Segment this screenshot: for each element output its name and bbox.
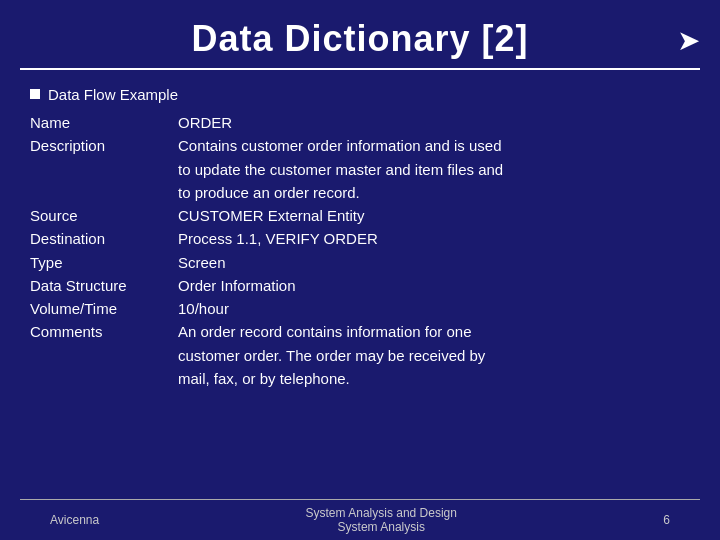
footer-center-line2: System Analysis: [306, 520, 457, 534]
row-label: Comments: [30, 320, 178, 343]
table-row: TypeScreen: [30, 251, 690, 274]
row-value: Process 1.1, VERIFY ORDER: [178, 227, 690, 250]
footer-right: 6: [663, 513, 670, 527]
row-value: CUSTOMER External Entity: [178, 204, 690, 227]
arrow-icon: ➤: [677, 24, 700, 57]
row-value: Screen: [178, 251, 690, 274]
bullet-row: Data Flow Example: [30, 86, 690, 103]
table-row: SourceCUSTOMER External Entity: [30, 204, 690, 227]
slide-footer: Avicenna System Analysis and Design Syst…: [20, 499, 700, 540]
data-table: NameORDERDescriptionContains customer or…: [30, 111, 690, 390]
row-label: Data Structure: [30, 274, 178, 297]
row-label: Volume/Time: [30, 297, 178, 320]
row-label: Source: [30, 204, 178, 227]
row-label: Destination: [30, 227, 178, 250]
footer-center-line1: System Analysis and Design: [306, 506, 457, 520]
table-row: Volume/Time10/hour: [30, 297, 690, 320]
bullet-label: Data Flow Example: [48, 86, 178, 103]
row-value: 10/hour: [178, 297, 690, 320]
bullet-square-icon: [30, 89, 40, 99]
table-row: Data StructureOrder Information: [30, 274, 690, 297]
table-row: DestinationProcess 1.1, VERIFY ORDER: [30, 227, 690, 250]
table-row: NameORDER: [30, 111, 690, 134]
row-value: Contains customer order information and …: [178, 134, 690, 204]
row-value: An order record contains information for…: [178, 320, 690, 390]
content-area: Data Flow Example NameORDERDescriptionCo…: [0, 80, 720, 499]
footer-left: Avicenna: [50, 513, 99, 527]
footer-center: System Analysis and Design System Analys…: [306, 506, 457, 534]
title-divider: [20, 68, 700, 70]
row-label: Name: [30, 111, 178, 134]
row-value: Order Information: [178, 274, 690, 297]
row-label: Description: [30, 134, 178, 157]
slide: Data Dictionary [2] ➤ Data Flow Example …: [0, 0, 720, 540]
row-label: Type: [30, 251, 178, 274]
table-row: DescriptionContains customer order infor…: [30, 134, 690, 204]
slide-title: Data Dictionary [2]: [191, 18, 528, 59]
title-area: Data Dictionary [2] ➤: [0, 0, 720, 68]
table-row: CommentsAn order record contains informa…: [30, 320, 690, 390]
row-value: ORDER: [178, 111, 690, 134]
